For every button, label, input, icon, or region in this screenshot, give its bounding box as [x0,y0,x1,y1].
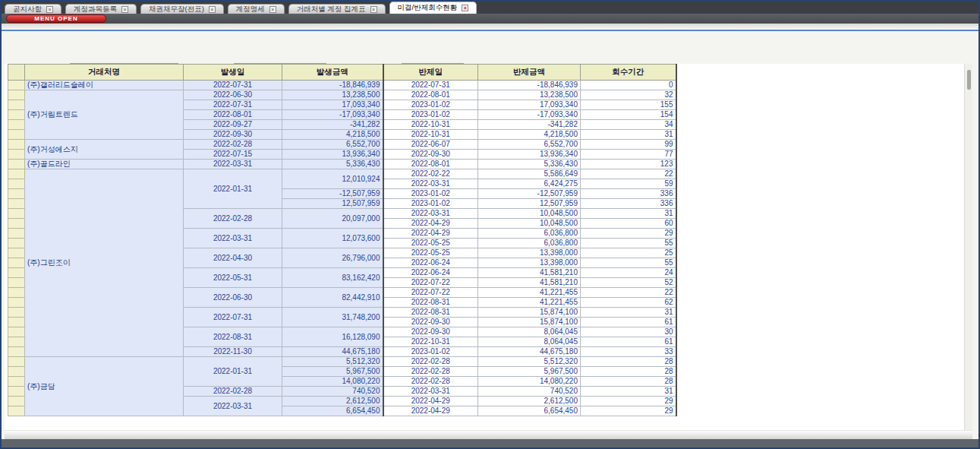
repay-date-cell[interactable]: 2022-02-22 [383,169,478,179]
repay-date-cell[interactable]: 2022-09-30 [383,150,478,160]
close-icon[interactable]: × [46,6,53,13]
collection-days-cell[interactable]: 61 [581,318,676,327]
customer-cell[interactable]: (주)갤러리드슬레이 [25,81,184,90]
occur-date-cell[interactable]: 2022-07-31 [184,308,282,327]
repay-date-cell[interactable]: 2023-01-02 [383,189,478,199]
close-icon[interactable]: × [121,6,128,13]
row-selector-cell[interactable] [8,318,25,327]
repay-amount-cell[interactable]: -12,507,959 [478,189,581,199]
repay-amount-cell[interactable]: 5,336,430 [478,160,581,169]
collection-days-cell[interactable]: 28 [581,377,676,387]
occur-date-cell[interactable]: 2022-04-30 [184,248,282,268]
row-selector-cell[interactable] [8,130,25,140]
occur-date-cell[interactable]: 2022-02-28 [184,209,282,229]
row-selector-cell[interactable] [8,258,25,268]
repay-amount-cell[interactable]: 15,874,100 [478,308,581,318]
row-selector-cell[interactable] [8,179,25,189]
customer-cell[interactable]: (주)골드라인 [25,160,184,169]
collection-days-cell[interactable]: 55 [581,258,676,268]
customer-cell[interactable]: (주)거성에스지 [25,140,184,160]
repay-amount-cell[interactable]: 4,218,500 [478,130,581,140]
occur-amount-cell[interactable]: 13,238,500 [282,90,383,100]
row-selector-cell[interactable] [8,397,25,406]
occur-amount-cell[interactable]: 6,552,700 [282,140,383,150]
occur-amount-cell[interactable]: 740,520 [282,387,383,397]
repay-date-cell[interactable]: 2022-08-01 [383,160,478,169]
row-selector-cell[interactable] [8,288,25,298]
occur-amount-cell[interactable]: 12,073,600 [282,229,383,248]
repay-amount-cell[interactable]: 13,238,500 [478,90,581,100]
repay-date-cell[interactable]: 2022-04-29 [383,219,478,229]
repay-amount-cell[interactable]: -17,093,340 [478,110,581,120]
menu-open-button[interactable]: MENU OPEN [6,14,106,23]
occur-date-cell[interactable]: 2022-08-01 [184,110,282,120]
collection-days-cell[interactable]: 31 [581,308,676,318]
close-icon[interactable]: × [462,5,468,11]
repay-date-cell[interactable]: 2022-10-31 [383,120,478,130]
repay-amount-cell[interactable]: 13,398,000 [478,248,581,258]
row-selector-cell[interactable] [8,377,25,387]
occur-date-cell[interactable]: 2022-03-31 [184,397,282,416]
row-selector-cell[interactable] [8,239,25,248]
occur-date-cell[interactable]: 2022-06-30 [184,288,282,308]
collection-days-cell[interactable]: 30 [581,327,676,337]
repay-date-cell[interactable]: 2022-02-28 [383,367,478,377]
repay-date-cell[interactable]: 2022-07-31 [383,81,478,90]
collection-days-cell[interactable]: 28 [581,367,676,377]
collection-days-cell[interactable]: 34 [581,120,676,130]
tab-5[interactable]: 거래처별 계정 집계표× [288,4,386,14]
repay-amount-cell[interactable]: 8,064,045 [478,337,581,347]
occur-amount-cell[interactable]: 13,936,340 [282,150,383,160]
occur-amount-cell[interactable]: 5,967,500 [282,367,383,377]
repay-date-cell[interactable]: 2022-08-31 [383,298,478,308]
repay-date-cell[interactable]: 2022-10-31 [383,337,478,347]
vertical-scrollbar-thumb[interactable] [967,70,971,90]
row-selector-cell[interactable] [8,268,25,278]
collection-days-cell[interactable]: 62 [581,298,676,308]
collection-days-cell[interactable]: 77 [581,150,676,160]
repay-date-cell[interactable]: 2022-05-25 [383,239,478,248]
repay-date-cell[interactable]: 2022-04-29 [383,229,478,239]
occur-date-cell[interactable]: 2022-08-31 [184,327,282,347]
collection-days-cell[interactable]: 22 [581,169,676,179]
repay-amount-cell[interactable]: 5,586,649 [478,169,581,179]
occur-date-cell[interactable]: 2022-01-31 [184,169,282,209]
row-selector-cell[interactable] [8,337,25,347]
repay-amount-cell[interactable]: 6,036,800 [478,229,581,239]
collection-days-cell[interactable]: 60 [581,219,676,229]
repay-amount-cell[interactable]: 13,936,340 [478,150,581,160]
repay-date-cell[interactable]: 2022-06-24 [383,268,478,278]
occur-date-cell[interactable]: 2022-09-27 [184,120,282,130]
occur-date-cell[interactable]: 2022-02-28 [184,387,282,397]
collection-days-cell[interactable]: 31 [581,209,676,219]
repay-amount-cell[interactable]: 10,048,500 [478,209,581,219]
repay-amount-cell[interactable]: 6,552,700 [478,140,581,150]
close-icon[interactable]: × [370,6,377,13]
close-icon[interactable]: × [209,6,216,13]
occur-date-cell[interactable]: 2022-03-31 [184,160,282,169]
row-selector-cell[interactable] [8,387,25,397]
repay-date-cell[interactable]: 2022-08-31 [383,308,478,318]
collection-days-cell[interactable]: 52 [581,278,676,288]
collection-days-cell[interactable]: 22 [581,288,676,298]
row-selector-cell[interactable] [8,327,25,337]
occur-amount-cell[interactable]: 16,128,090 [282,327,383,347]
collection-days-cell[interactable]: 32 [581,90,676,100]
tab-3[interactable]: 채권채무장(전표)× [140,4,224,14]
horizontal-scrollbar[interactable] [5,430,972,439]
vertical-scrollbar[interactable] [964,64,972,430]
repay-date-cell[interactable]: 2022-05-25 [383,248,478,258]
collection-days-cell[interactable]: 123 [581,160,676,169]
row-selector-cell[interactable] [8,357,25,367]
repay-date-cell[interactable]: 2023-01-02 [383,100,478,110]
repay-date-cell[interactable]: 2022-04-29 [383,406,478,416]
collection-days-cell[interactable]: 29 [581,406,676,416]
occur-amount-cell[interactable]: -12,507,959 [282,189,383,199]
row-selector-cell[interactable] [8,169,25,179]
repay-amount-cell[interactable]: 41,221,455 [478,288,581,298]
repay-amount-cell[interactable]: 6,654,450 [478,406,581,416]
repay-amount-cell[interactable]: 44,675,180 [478,347,581,357]
occur-amount-cell[interactable]: 4,218,500 [282,130,383,140]
row-selector-cell[interactable] [8,229,25,239]
row-selector-cell[interactable] [8,90,25,100]
